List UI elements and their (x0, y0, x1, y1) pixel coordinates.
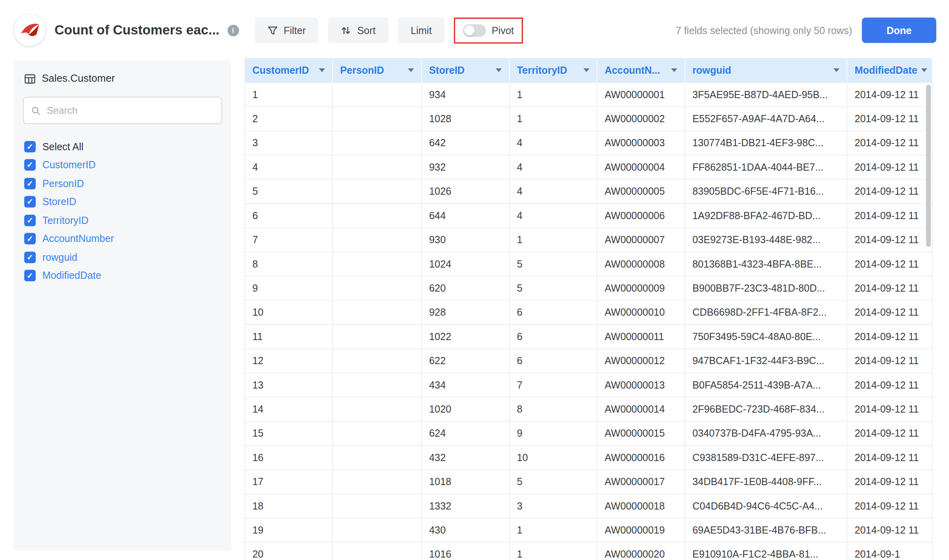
table-cell: 03E9273E-B193-448E-982... (685, 228, 848, 252)
table-row: 126226AW00000012947BCAF1-1F32-44F3-B9C..… (245, 349, 933, 373)
field-item-storeid[interactable]: ✓StoreID (24, 193, 222, 211)
table-cell (333, 83, 422, 107)
info-icon[interactable]: i (227, 24, 239, 36)
field-item-territoryid[interactable]: ✓TerritoryID (24, 211, 222, 230)
table-row: 210281AW00000002E552F657-A9AF-4A7D-A64..… (245, 107, 933, 131)
filter-button-label: Filter (284, 24, 306, 36)
source-table-row: Sales.Customer (23, 69, 222, 88)
table-row: 510264AW0000000583905BDC-6F5E-4F71-B16..… (245, 180, 933, 204)
sort-button[interactable]: Sort (328, 18, 388, 43)
table-cell (333, 180, 422, 204)
table-cell: 5 (510, 252, 598, 276)
table-cell: 9 (245, 276, 333, 300)
table-row: 1813323AW00000018C04D6B4D-94C6-4C5C-A4..… (245, 494, 933, 518)
filter-funnel-icon (267, 25, 278, 36)
field-item-rowguid[interactable]: ✓rowguid (24, 248, 222, 266)
table-cell (333, 397, 422, 421)
table-cell (333, 276, 422, 300)
checkbox-checked-icon[interactable]: ✓ (24, 178, 36, 189)
table-cell: 10 (510, 446, 598, 470)
table-cell: 1332 (422, 494, 510, 518)
table-cell: 0340737B-D4FA-4795-93A... (685, 422, 848, 446)
filter-button[interactable]: Filter (254, 18, 319, 43)
field-item-modifieddate[interactable]: ✓ModifiedDate (24, 266, 222, 285)
table-cell: 2014-09-12 11 (847, 446, 933, 470)
table-cell: 1028 (422, 107, 510, 131)
table-cell: AW00000004 (598, 155, 685, 179)
field-label: rowguid (42, 252, 77, 263)
checkbox-checked-icon[interactable]: ✓ (24, 141, 36, 152)
field-item-accountnumber[interactable]: ✓AccountNumber (24, 230, 222, 248)
table-row: 1410208AW000000142F96BEDC-723D-468F-834.… (245, 397, 933, 421)
table-cell: 83905BDC-6F5E-4F71-B16... (685, 180, 848, 204)
column-dropdown-icon[interactable] (584, 68, 590, 72)
checkbox-checked-icon[interactable]: ✓ (24, 233, 36, 245)
limit-button[interactable]: Limit (398, 18, 444, 43)
table-cell: 932 (422, 155, 510, 179)
table-cell: 7 (245, 228, 333, 252)
table-cell: AW00000020 (598, 543, 685, 560)
table-cell (333, 228, 422, 252)
table-row: 2010161AW00000020E910910A-F1C2-4BBA-81..… (245, 543, 933, 560)
table-cell (333, 301, 422, 325)
search-input[interactable] (46, 105, 214, 117)
table-cell: 622 (422, 349, 510, 373)
table-cell: 2014-09-12 11 (847, 276, 933, 300)
pivot-toggle-label: Pivot (492, 24, 514, 36)
table-cell: AW00000006 (598, 204, 685, 228)
checkbox-checked-icon[interactable]: ✓ (24, 196, 36, 208)
done-button[interactable]: Done (862, 18, 937, 43)
column-header-modifieddate[interactable]: ModifiedDate (847, 58, 933, 82)
table-cell: AW00000007 (598, 228, 685, 252)
column-dropdown-icon[interactable] (834, 68, 840, 72)
table-cell: AW00000015 (598, 422, 685, 446)
column-header-customerid[interactable]: CustomerID (245, 58, 333, 82)
column-dropdown-icon[interactable] (496, 68, 502, 72)
table-cell: 1020 (422, 397, 510, 421)
checkbox-checked-icon[interactable]: ✓ (24, 159, 36, 171)
table-row: 810245AW00000008801368B1-4323-4BFA-8BE..… (245, 252, 933, 276)
table-cell: 6 (245, 204, 333, 228)
column-dropdown-icon[interactable] (921, 68, 927, 72)
source-table-name: Sales.Customer (42, 73, 115, 85)
field-item-select-all[interactable]: ✓Select All (24, 137, 222, 156)
table-cell: AW00000003 (598, 131, 685, 155)
table-cell: 6 (510, 349, 598, 373)
checkbox-checked-icon[interactable]: ✓ (24, 215, 36, 226)
table-cell: 5 (245, 180, 333, 204)
checkbox-checked-icon[interactable]: ✓ (24, 270, 36, 282)
table-cell: 2014-09-12 11 (847, 373, 933, 397)
field-item-customerid[interactable]: ✓CustomerID (24, 156, 222, 174)
column-header-personid[interactable]: PersonID (333, 58, 422, 82)
column-header-rowguid[interactable]: rowguid (685, 58, 848, 82)
table-cell: 2014-09-12 11 (847, 228, 933, 252)
column-header-storeid[interactable]: StoreID (422, 58, 510, 82)
field-label: StoreID (42, 196, 76, 208)
table-cell: 2014-09-12 11 (847, 155, 933, 179)
selection-status-text: 7 fields selected (showing only 50 rows) (676, 24, 852, 36)
table-row: 1710185AW0000001734DB417F-1E0B-4408-9FF.… (245, 470, 933, 494)
table-row: 19341AW000000013F5AE95E-B87D-4AED-95B...… (245, 83, 933, 107)
table-cell: AW00000013 (598, 373, 685, 397)
field-item-personid[interactable]: ✓PersonID (24, 174, 222, 193)
table-cell: 34DB417F-1E0B-4408-9FF... (685, 470, 848, 494)
checkbox-checked-icon[interactable]: ✓ (24, 252, 36, 263)
table-cell: 9 (510, 422, 598, 446)
vertical-scrollbar-thumb[interactable] (926, 85, 931, 247)
column-dropdown-icon[interactable] (671, 68, 677, 72)
table-row: 49324AW00000004FF862851-1DAA-4044-BE7...… (245, 155, 933, 179)
table-cell: 16 (245, 446, 333, 470)
pivot-toggle[interactable] (463, 24, 486, 37)
column-dropdown-icon[interactable] (408, 68, 414, 72)
table-cell (333, 107, 422, 131)
table-cell: 2014-09-12 11 (847, 325, 933, 349)
table-cell: 2014-09-12 11 (847, 107, 933, 131)
table-cell: 2014-09-12 11 (847, 252, 933, 276)
column-header-territoryid[interactable]: TerritoryID (510, 58, 598, 82)
table-cell: 4 (245, 155, 333, 179)
table-cell: 17 (245, 470, 333, 494)
table-body: 19341AW000000013F5AE95E-B87D-4AED-95B...… (245, 82, 933, 560)
column-label: CustomerID (252, 64, 309, 76)
column-header-accountn-[interactable]: AccountN... (598, 58, 685, 82)
column-dropdown-icon[interactable] (319, 68, 325, 72)
